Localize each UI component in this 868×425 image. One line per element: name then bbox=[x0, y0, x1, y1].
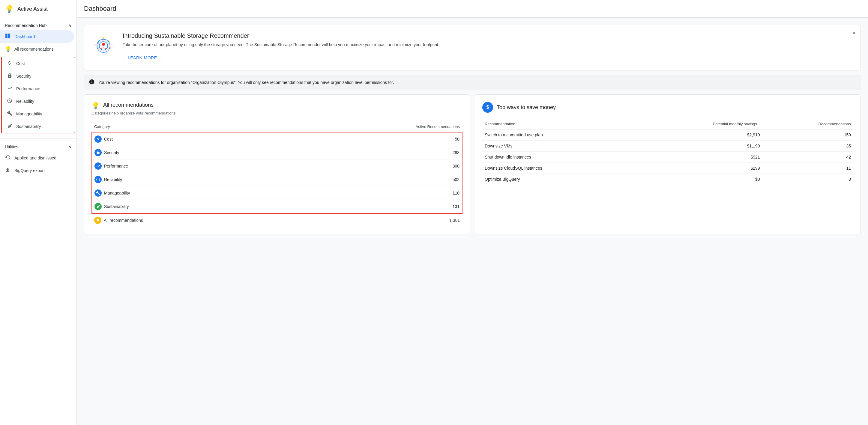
app-header: 💡 Active Assist bbox=[0, 0, 76, 18]
money-row-count: 0 bbox=[763, 174, 853, 185]
history-icon bbox=[5, 155, 11, 161]
all-recommendations-card: 💡 All recommendations Categories help or… bbox=[84, 94, 470, 234]
learn-more-button[interactable]: LEARN MORE bbox=[123, 53, 162, 63]
recommendation-hub-header[interactable]: Recommendation Hub ∨ bbox=[0, 21, 76, 30]
money-row-label[interactable]: Downsize CloudSQL instances bbox=[482, 163, 636, 174]
reliability-category-icon bbox=[94, 176, 102, 183]
money-card-header: $ Top ways to save money bbox=[482, 102, 853, 113]
sustainability-label: Sustainability bbox=[104, 204, 129, 209]
money-row-savings: $1,190 bbox=[636, 140, 763, 152]
money-row-savings: $2,910 bbox=[636, 129, 763, 140]
sidebar-item-bigquery-export-label: BigQuery export bbox=[14, 168, 45, 173]
info-bar: You're viewing recommendations for organ… bbox=[84, 75, 861, 90]
col-category: Category bbox=[92, 121, 285, 132]
money-card-title: Top ways to save money bbox=[497, 104, 556, 110]
sidebar-item-security-label: Security bbox=[16, 74, 31, 78]
lock-icon bbox=[7, 73, 12, 79]
sidebar-item-sustainability[interactable]: Sustainability bbox=[2, 120, 72, 133]
all-category-icon bbox=[94, 217, 101, 224]
sidebar-item-applied-dismissed[interactable]: Applied and dismissed bbox=[0, 152, 74, 164]
sidebar-item-cost[interactable]: Cost bbox=[2, 57, 72, 70]
reliability-count: 502 bbox=[285, 173, 462, 187]
sidebar-item-manageability[interactable]: Manageability bbox=[2, 108, 72, 120]
page-title: Dashboard bbox=[84, 5, 861, 12]
svg-rect-2 bbox=[5, 36, 7, 38]
all-count: 1,381 bbox=[285, 214, 462, 227]
money-row-count: 35 bbox=[763, 140, 853, 152]
banner-illustration bbox=[91, 32, 116, 57]
banner-content: Introducing Sustainable Storage Recommen… bbox=[123, 32, 853, 63]
reliability-label: Reliability bbox=[104, 177, 122, 182]
sidebar-item-reliability-label: Reliability bbox=[16, 99, 34, 104]
svg-point-9 bbox=[97, 42, 99, 43]
top-ways-card: $ Top ways to save money Recommendation … bbox=[475, 94, 861, 234]
sidebar-item-sustainability-label: Sustainability bbox=[16, 124, 41, 129]
all-rec-subtitle: Categories help organize your recommenda… bbox=[91, 111, 463, 116]
money-row-savings: $299 bbox=[636, 163, 763, 174]
money-row-label[interactable]: Optimize BigQuery bbox=[482, 174, 636, 185]
clock-icon bbox=[7, 98, 12, 105]
table-row[interactable]: Security bbox=[92, 146, 285, 159]
grid-icon bbox=[5, 33, 11, 40]
dashboard-grid: 💡 All recommendations Categories help or… bbox=[84, 94, 861, 234]
dollar-icon bbox=[7, 60, 12, 67]
all-rec-card-header: 💡 All recommendations bbox=[91, 102, 463, 110]
manageability-category-icon bbox=[94, 189, 102, 197]
all-rec-title: All recommendations bbox=[103, 102, 154, 108]
sidebar: 💡 Active Assist Recommendation Hub ∨ Das… bbox=[0, 0, 77, 425]
cost-count: 50 bbox=[285, 132, 462, 146]
manageability-label: Manageability bbox=[104, 191, 130, 195]
performance-label: Performance bbox=[104, 164, 128, 168]
svg-rect-1 bbox=[8, 34, 10, 36]
table-row[interactable]: Manageability bbox=[92, 187, 285, 200]
money-row-count: 159 bbox=[763, 129, 853, 140]
security-label: Security bbox=[104, 150, 119, 155]
money-icon: $ bbox=[482, 102, 493, 113]
performance-category-icon bbox=[94, 162, 102, 170]
utilities-header[interactable]: Utilities ∨ bbox=[0, 142, 76, 152]
sidebar-item-all-recommendations[interactable]: 💡 All recommendations bbox=[0, 43, 74, 56]
sidebar-item-cost-label: Cost bbox=[16, 61, 25, 66]
money-row-label[interactable]: Shut down idle instances bbox=[482, 152, 636, 163]
table-row[interactable]: Reliability bbox=[92, 173, 285, 187]
main-body: Introducing Sustainable Storage Recommen… bbox=[77, 18, 868, 241]
table-row[interactable]: Cost bbox=[92, 132, 285, 146]
main-content: Dashboard bbox=[77, 0, 868, 425]
table-row: All recommendations bbox=[92, 214, 285, 227]
upload-icon bbox=[5, 167, 11, 174]
col-active-recs: Active Recommendations bbox=[285, 121, 462, 132]
utilities-section: Utilities ∨ Applied and dismissed BigQue… bbox=[0, 140, 76, 179]
sidebar-item-manageability-label: Manageability bbox=[16, 111, 42, 116]
col-recommendation: Recommendation bbox=[482, 119, 636, 129]
banner: Introducing Sustainable Storage Recommen… bbox=[84, 25, 861, 70]
sidebar-categories-box: Cost Security Performance bbox=[1, 57, 75, 133]
security-count: 288 bbox=[285, 146, 462, 159]
money-row-label[interactable]: Downsize VMs bbox=[482, 140, 636, 152]
info-bar-text: You're viewing recommendations for organ… bbox=[98, 80, 394, 85]
table-row[interactable]: Sustainability bbox=[92, 200, 285, 214]
sidebar-item-applied-dismissed-label: Applied and dismissed bbox=[14, 156, 56, 160]
sidebar-item-dashboard-label: Dashboard bbox=[14, 34, 35, 39]
money-row-label[interactable]: Switch to a committed use plan bbox=[482, 129, 636, 140]
money-row-savings: $0 bbox=[636, 174, 763, 185]
sidebar-item-security[interactable]: Security bbox=[2, 70, 72, 83]
leaf-icon bbox=[7, 123, 12, 130]
chevron-icon: ∨ bbox=[69, 23, 72, 28]
all-rec-icon: 💡 bbox=[91, 102, 100, 110]
sidebar-item-performance[interactable]: Performance bbox=[2, 83, 72, 95]
recommendations-table: Category Active Recommendations Cost 50 bbox=[91, 121, 463, 227]
sidebar-item-bigquery-export[interactable]: BigQuery export bbox=[0, 164, 74, 177]
sidebar-item-reliability[interactable]: Reliability bbox=[2, 95, 72, 108]
app-title: Active Assist bbox=[18, 6, 48, 12]
close-button[interactable]: × bbox=[852, 30, 856, 36]
money-row-savings: $921 bbox=[636, 152, 763, 163]
sidebar-item-all-recs-label: All recommendations bbox=[14, 47, 54, 52]
security-category-icon bbox=[94, 149, 102, 156]
sidebar-item-dashboard[interactable]: Dashboard bbox=[0, 30, 74, 43]
sidebar-item-performance-label: Performance bbox=[16, 86, 40, 91]
lightbulb-icon: 💡 bbox=[5, 46, 11, 53]
recommendation-hub-label: Recommendation Hub bbox=[5, 23, 46, 28]
table-row[interactable]: Performance bbox=[92, 159, 285, 173]
sustainability-category-icon bbox=[94, 203, 102, 210]
performance-count: 300 bbox=[285, 159, 462, 173]
